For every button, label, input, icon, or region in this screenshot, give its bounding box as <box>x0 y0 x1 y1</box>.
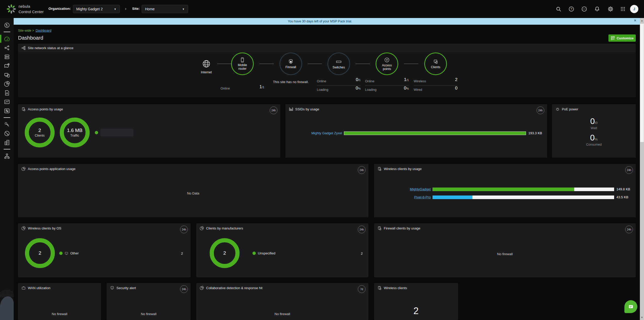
node-firewall[interactable]: Firewall <box>279 52 302 75</box>
search-icon[interactable] <box>555 5 562 13</box>
widget-title: SSIDs by usage <box>295 107 319 111</box>
clients-icon <box>4 72 10 78</box>
sidebar-item-map[interactable] <box>0 61 14 70</box>
sidebar-item-devices[interactable] <box>0 52 14 61</box>
sidebar-item-organization[interactable] <box>0 138 14 147</box>
ap-usage-traffic-donut: 1.6 MB Traffic <box>60 118 90 147</box>
scrollbar[interactable]: ▲ ▼ <box>640 18 644 320</box>
time-range-badge[interactable]: 24h <box>358 226 366 233</box>
widget-poe-power: PoE power 0/0 Watt 0% Consumed <box>552 104 636 158</box>
legend-label: Unspecified <box>258 251 275 255</box>
scrollbar-thumb[interactable] <box>640 24 644 142</box>
node-label: Mobile router <box>233 64 251 71</box>
customize-button[interactable]: Customize <box>608 34 636 42</box>
breadcrumb-chevron-icon: › <box>125 6 126 11</box>
widget-title: Collaborative detection & response hit <box>206 286 262 290</box>
ssid-link[interactable]: Mighty Gadget Zyxel <box>287 131 342 135</box>
poe-consumed-value: 0 <box>590 133 595 142</box>
glance-header <box>18 44 636 52</box>
glance-title: Site network status at a glance <box>28 46 73 50</box>
time-range-badge[interactable]: 24h <box>625 226 633 233</box>
avatar[interactable]: J <box>630 5 638 13</box>
brand-line1: nebula <box>19 4 44 9</box>
time-range-badge[interactable]: 24h <box>625 166 633 174</box>
site-dropdown[interactable]: Home ▼ <box>142 5 188 13</box>
donut-label: Clients <box>35 134 45 137</box>
ap-usage-clients-donut: 2 Clients <box>25 118 55 147</box>
more-icon[interactable] <box>580 5 588 13</box>
widget-title: Security alert <box>116 286 136 290</box>
node-label: Switches <box>333 66 345 69</box>
firewall-shield-icon <box>288 59 294 65</box>
apps-grid-icon[interactable] <box>619 5 627 13</box>
customize-label: Customize <box>617 36 634 40</box>
time-range-badge[interactable]: 24h <box>180 285 188 293</box>
donut-label: Traffic <box>70 134 79 137</box>
sidebar-item-topology[interactable] <box>0 43 14 52</box>
time-range-badge[interactable]: 7d <box>358 285 366 293</box>
usage-bar <box>433 188 614 191</box>
sidebar-item-msp[interactable] <box>0 152 14 161</box>
node-access-points[interactable]: Access points <box>376 52 398 75</box>
time-range-badge[interactable]: 24h <box>180 226 188 233</box>
sidebar-item-site-settings[interactable] <box>0 106 14 115</box>
switch-icon <box>335 58 342 65</box>
close-icon[interactable]: × <box>634 18 636 23</box>
brand-text: nebula Control Center <box>19 4 44 14</box>
chat-launcher-button[interactable] <box>624 300 637 313</box>
plug-icon <box>555 107 560 111</box>
settings-gear-icon[interactable] <box>607 5 614 13</box>
node-switches[interactable]: Switches <box>327 52 350 75</box>
usage-value: 193.3 KB <box>528 131 542 135</box>
sidebar-item-reports[interactable] <box>0 88 14 97</box>
client-link[interactable]: MightyGadget <box>376 187 431 191</box>
poe-watt-value: 0 <box>590 117 595 126</box>
stat-denom: % <box>358 87 361 90</box>
node-clients[interactable]: Clients <box>424 52 447 75</box>
pie-chart-icon <box>21 167 26 171</box>
notifications-bell-icon[interactable] <box>593 5 601 13</box>
scroll-up-icon[interactable]: ▲ <box>640 19 644 22</box>
access-point-icon <box>377 226 382 230</box>
map-icon <box>4 63 10 69</box>
empty-message: No Data <box>18 191 368 195</box>
stat-denom: % <box>406 87 409 90</box>
node-mobile-router[interactable]: Mobile router <box>231 52 254 75</box>
time-range-badge[interactable]: 24h <box>358 166 366 174</box>
page-title: Dashboard <box>18 35 43 41</box>
scroll-down-icon[interactable]: ▼ <box>640 316 644 319</box>
legend-dot <box>252 252 256 255</box>
sidebar <box>0 18 14 320</box>
sidebar-item-clients[interactable] <box>0 70 14 79</box>
pie-chart-icon <box>200 286 204 290</box>
node-label: Clients <box>431 66 440 69</box>
client-link[interactable]: Pixel-8-Pro <box>376 195 431 199</box>
internet-label: Internet <box>193 70 219 74</box>
legend-label: Other <box>70 251 79 255</box>
sidebar-item-applications[interactable] <box>0 79 14 88</box>
mobile-router-stats: Online 1/1 <box>221 84 264 93</box>
sidebar-item-license[interactable] <box>0 120 14 129</box>
breadcrumb-page-link[interactable]: Dashboard <box>36 29 51 32</box>
widget-title: Wireless clients <box>384 286 407 290</box>
pie-chart-icon <box>4 81 10 87</box>
time-range-badge[interactable]: 24h <box>270 106 277 114</box>
organization-dropdown[interactable]: Mighty Gadget 2 ▼ <box>73 5 120 13</box>
sidebar-item-explore[interactable] <box>0 21 14 30</box>
stat-denom: /1 <box>358 78 361 82</box>
stat-value: 2 <box>455 77 457 82</box>
topology-icon <box>4 45 10 51</box>
sidebar-item-dashboard[interactable] <box>0 34 14 43</box>
site-value: Home <box>145 7 155 11</box>
time-range-badge[interactable]: 24h <box>537 106 544 114</box>
pie-chart-icon <box>200 226 204 230</box>
legend-value: 2 <box>361 252 363 255</box>
help-icon[interactable]: ? <box>567 5 575 13</box>
shield-icon <box>110 286 114 290</box>
widget-clients-manufacturers: Clients by manufacturers 24h 2 Unspecifi… <box>196 223 368 277</box>
legend-redacted-label[interactable] <box>100 129 133 136</box>
sidebar-item-blocklist[interactable] <box>0 129 14 138</box>
sidebar-item-analytics[interactable] <box>0 97 14 106</box>
poe-watt-denom: /0 <box>595 121 598 125</box>
nebula-logo[interactable] <box>6 3 17 15</box>
